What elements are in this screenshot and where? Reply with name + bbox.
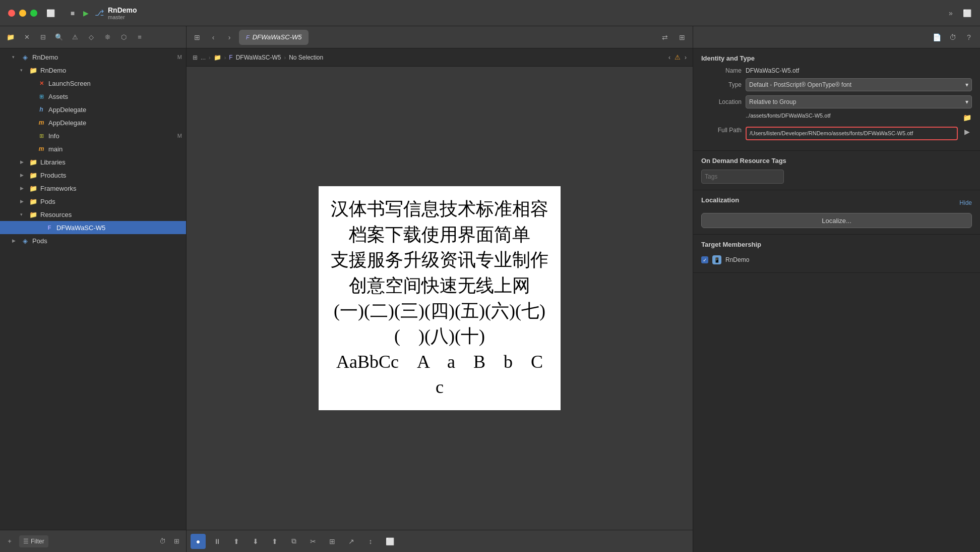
identity-section: Identity and Type Name DFWaWaSC-W5.otf T… — [693, 48, 980, 151]
filter-icon[interactable]: ❊ — [101, 31, 114, 44]
sidebar-item-assets[interactable]: ⊞ Assets — [0, 90, 186, 103]
breadcrumb-folder-icon[interactable]: 📁 — [214, 54, 221, 61]
folder-icon[interactable]: 📁 — [4, 31, 17, 44]
item-label: DFWaWaSC-W5 — [56, 224, 182, 232]
identity-section-title: Identity and Type — [701, 54, 972, 62]
minimize-button[interactable] — [19, 10, 26, 17]
sidebar-item-dfwawa[interactable]: F DFWaWaSC-W5 — [0, 221, 186, 234]
location-select[interactable]: Relative to Group ▾ — [746, 95, 972, 108]
history-icon[interactable]: ⏱ — [948, 32, 958, 42]
target-section-title: Target Membership — [701, 241, 972, 248]
font-preview-line-1: 汉体书写信息技术标准相容 — [329, 196, 550, 222]
hex-icon[interactable]: ⬡ — [117, 31, 130, 44]
sidebar-item-appdelegate-h[interactable]: h AppDelegate — [0, 103, 186, 116]
close-button[interactable] — [8, 10, 15, 17]
breadcrumb-font-icon: F — [229, 54, 232, 61]
sidebar-item-main[interactable]: m main — [0, 142, 186, 155]
panel-toggle-icon[interactable]: ⬜ — [962, 8, 972, 18]
add-button[interactable]: + — [4, 536, 15, 547]
maximize-button[interactable] — [30, 10, 37, 17]
view-mode-1-button[interactable]: ● — [191, 534, 206, 549]
sidebar-item-products[interactable]: ▶ 📁 Products — [0, 169, 186, 182]
inspector-toolbar: 📄 ⏱ ? — [693, 26, 980, 48]
breadcrumb-filename[interactable]: DFWaWaSC-W5 — [236, 54, 281, 61]
diamond-icon[interactable]: ◇ — [85, 31, 98, 44]
tags-input[interactable] — [701, 170, 784, 184]
add-editor-icon[interactable]: ⊞ — [676, 31, 689, 44]
help-icon[interactable]: ? — [964, 32, 974, 42]
folder-browse-icon[interactable]: 📁 — [962, 113, 972, 123]
back-button[interactable]: ‹ — [207, 31, 220, 44]
action-1-button[interactable]: ⬆ — [229, 534, 244, 549]
grid-icon[interactable]: ⊞ — [171, 536, 182, 547]
hide-link[interactable]: Hide — [959, 199, 972, 206]
item-label: Pods — [32, 237, 182, 245]
action-7-button[interactable]: ↗ — [344, 534, 359, 549]
swap-icon[interactable]: ⇄ — [658, 31, 671, 44]
run-button[interactable]: ▶ — [81, 8, 91, 18]
chevron-down-icon: ▾ — [20, 68, 28, 73]
objc-main-icon: m — [36, 144, 46, 154]
action-4-button[interactable]: ⧉ — [286, 534, 301, 549]
font-preview-panel: 汉体书写信息技术标准相容 档案下载使用界面简单 支援服务升级资讯专业制作 创意空… — [319, 186, 561, 410]
sidebar-item-resources[interactable]: ▾ 📁 Resources — [0, 208, 186, 221]
sidebar-toggle-icon[interactable]: ⬜ — [45, 8, 55, 18]
sidebar-item-launchscreen[interactable]: ✕ LaunchScreen — [0, 77, 186, 90]
hierarchy-icon[interactable]: ⊟ — [36, 31, 49, 44]
action-5-button[interactable]: ✂ — [305, 534, 321, 549]
location-field-row: Location Relative to Group ▾ — [701, 95, 972, 108]
type-field-row: Type Default - PostScript® OpenType® fon… — [701, 78, 972, 91]
action-3-button[interactable]: ⬆ — [267, 534, 282, 549]
sidebar-toolbar: 📁 ✕ ⊟ 🔍 ⚠ ◇ ❊ ⬡ ≡ — [0, 26, 186, 48]
breadcrumb-back-icon[interactable]: ‹ — [668, 54, 670, 61]
breadcrumb-selection[interactable]: No Selection — [289, 54, 323, 61]
search-icon[interactable]: 🔍 — [52, 31, 66, 44]
sidebar-item-rndemo-root[interactable]: ▾ ◈ RnDemo M — [0, 50, 186, 64]
chevron-more-icon[interactable]: » — [946, 8, 956, 18]
close-icon[interactable]: ✕ — [20, 31, 33, 44]
sidebar-item-frameworks[interactable]: ▶ 📁 Frameworks — [0, 182, 186, 195]
action-8-button[interactable]: ↕ — [363, 534, 378, 549]
sidebar-item-pods-folder[interactable]: ▶ 📁 Pods — [0, 195, 186, 208]
name-value: DFWaWaSC-W5.otf — [746, 67, 972, 74]
forward-button[interactable]: › — [223, 31, 236, 44]
action-2-button[interactable]: ⬇ — [248, 534, 263, 549]
breadcrumb-ellipsis[interactable]: ... — [201, 54, 206, 61]
clock-icon[interactable]: ⏱ — [157, 536, 168, 547]
action-9-button[interactable]: ⬜ — [382, 534, 397, 549]
titlebar-left-icons: ⬜ — [45, 8, 55, 18]
breadcrumb-sep-2: › — [224, 54, 226, 61]
warning-icon[interactable]: ⚠ — [69, 31, 82, 44]
breadcrumb: ⊞ ... › 📁 › F DFWaWaSC-W5 › No Selection… — [187, 48, 693, 67]
objc-icon: m — [36, 118, 46, 128]
grid-view-icon[interactable]: ⊞ — [191, 31, 204, 44]
sidebar-item-libraries[interactable]: ▶ 📁 Libraries — [0, 155, 186, 169]
action-6-button[interactable]: ⊞ — [325, 534, 340, 549]
filter-button[interactable]: ☰ Filter — [19, 535, 48, 547]
sidebar-item-info[interactable]: ⊞ Info M — [0, 129, 186, 142]
type-select[interactable]: Default - PostScript® OpenType® font ▾ — [746, 78, 972, 91]
list-icon[interactable]: ≡ — [133, 31, 146, 44]
sidebar-item-appdelegate-m[interactable]: m AppDelegate — [0, 116, 186, 129]
localize-button[interactable]: Localize... — [701, 213, 972, 228]
item-label: RnDemo — [32, 53, 175, 61]
breadcrumb-sep-1: › — [209, 54, 211, 61]
font-preview-line-4: 创意空间快速无线上网 — [329, 273, 550, 298]
stop-button[interactable]: ■ — [68, 8, 78, 18]
item-label: Info — [48, 132, 175, 140]
full-path-row: Full Path /Users/listen/Developer/RNDemo… — [701, 127, 972, 140]
type-select-value: Default - PostScript® OpenType® font — [749, 81, 851, 88]
editor-bottom-toolbar: ● ⏸ ⬆ ⬇ ⬆ ⧉ ✂ ⊞ ↗ ↕ ⬜ — [187, 530, 693, 552]
editor-tab[interactable]: F DFWaWaSC-W5 — [239, 30, 309, 45]
target-checkbox[interactable]: ✓ — [701, 256, 708, 263]
view-mode-2-button[interactable]: ⏸ — [210, 534, 225, 549]
sidebar-item-rndemo-folder[interactable]: ▾ 📁 RnDemo — [0, 64, 186, 77]
project-info: RnDemo master — [108, 6, 137, 20]
chevron-right-icon: ▶ — [20, 173, 28, 178]
full-path-value: /Users/listen/Developer/RNDemo/assets/fo… — [746, 127, 958, 140]
full-path-browse-icon[interactable]: ▶ — [962, 127, 972, 137]
breadcrumb-forward-icon[interactable]: › — [685, 54, 687, 61]
file-inspector-icon[interactable]: 📄 — [932, 32, 942, 42]
folder-icon: 📁 — [28, 183, 38, 193]
sidebar-item-pods-root[interactable]: ▶ ◈ Pods — [0, 234, 186, 247]
